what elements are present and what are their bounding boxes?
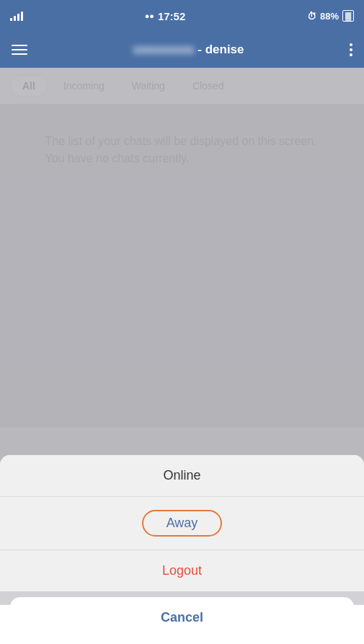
more-dots-icon[interactable]	[350, 43, 352, 56]
action-sheet-options: Online Away Logout	[0, 455, 364, 591]
status-bar-left	[10, 11, 23, 21]
nav-title: xxxxxxxxx - denise	[27, 43, 350, 57]
option-online[interactable]: Online	[0, 455, 364, 497]
hamburger-icon[interactable]	[12, 45, 27, 55]
status-bar: ●● 17:52 ⏱ 88% ▓	[0, 0, 364, 32]
option-logout[interactable]: Logout	[0, 550, 364, 591]
cancel-button[interactable]: Cancel	[10, 597, 354, 638]
battery-icon: ▓	[342, 10, 354, 22]
alarm-icon: ⏱	[307, 11, 316, 22]
option-away[interactable]: Away	[0, 497, 364, 550]
action-sheet: Online Away Logout Cancel	[0, 455, 364, 644]
overlay	[0, 68, 364, 471]
status-bar-time: ●● 17:52	[145, 10, 186, 22]
signal-icon	[10, 11, 23, 21]
status-bar-right: ⏱ 88% ▓	[307, 10, 354, 22]
nav-bar: xxxxxxxxx - denise	[0, 32, 364, 68]
